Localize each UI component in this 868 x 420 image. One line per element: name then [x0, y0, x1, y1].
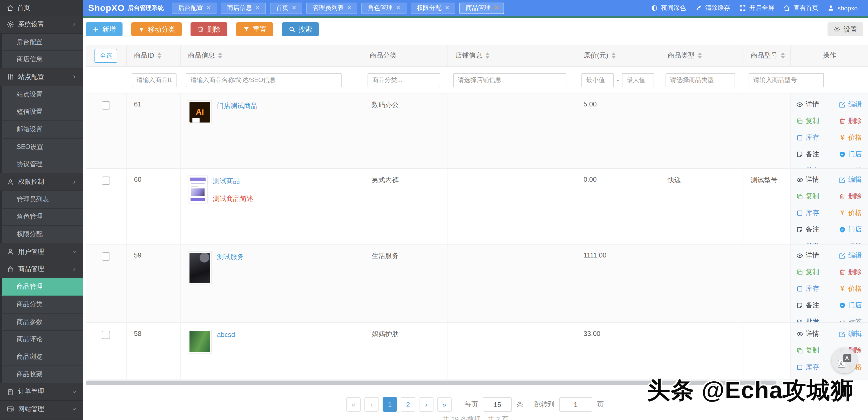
sort-icon[interactable]	[486, 53, 490, 59]
sidebar-subitem-短信设置[interactable]: 短信设置	[0, 103, 83, 121]
op-copy[interactable]: 复制	[796, 346, 839, 355]
filter-price-min[interactable]	[582, 73, 614, 87]
sidebar-home-item[interactable]: 首页	[0, 0, 83, 16]
op-edit[interactable]: 编辑	[839, 175, 862, 184]
op-stock[interactable]: 库存	[796, 133, 839, 142]
op-wholesale[interactable]: 批发	[796, 166, 839, 168]
sidebar-item-站点配置[interactable]: 站点配置	[0, 68, 83, 86]
op-copy[interactable]: 复制	[796, 116, 839, 126]
row-checkbox[interactable]	[102, 331, 110, 339]
close-icon[interactable]: ×	[292, 5, 296, 11]
op-copy[interactable]: 复制	[796, 267, 839, 277]
close-icon[interactable]: ×	[396, 5, 400, 11]
op-stock[interactable]: 库存	[796, 284, 839, 293]
goods-name-link[interactable]: 门店测试商品	[217, 102, 257, 110]
topbar-item-开启全屏[interactable]: 开启全屏	[740, 4, 774, 12]
op-edit[interactable]: 编辑	[839, 329, 862, 338]
delete-button[interactable]: 删除	[190, 22, 227, 36]
column-header-商品信息[interactable]: 商品信息	[181, 44, 362, 66]
sidebar-subitem-站点设置[interactable]: 站点设置	[0, 86, 83, 103]
tab-管理员列表[interactable]: 管理员列表×	[306, 2, 358, 14]
sidebar-subitem-权限分配[interactable]: 权限分配	[0, 226, 83, 243]
op-note[interactable]: 备注	[796, 301, 839, 310]
op-price[interactable]: ¥价格	[839, 284, 862, 293]
topbar-item-夜间深色[interactable]: 夜间深色	[651, 4, 686, 12]
sidebar-subitem-商品收藏[interactable]: 商品收藏	[0, 366, 83, 383]
sort-icon[interactable]	[218, 53, 222, 59]
op-store[interactable]: 门店	[839, 301, 862, 310]
page-prev-button[interactable]: ‹	[365, 397, 379, 412]
op-note[interactable]: 备注	[796, 150, 839, 159]
filter-input-8[interactable]	[749, 73, 824, 87]
translate-float-button[interactable]: 文 A	[832, 348, 857, 373]
search-button[interactable]: 搜索	[282, 22, 319, 36]
filter-input-5[interactable]	[453, 73, 566, 87]
op-copy[interactable]: 复制	[796, 191, 839, 201]
op-price[interactable]: ¥价格	[839, 208, 862, 217]
tab-商店信息[interactable]: 商店信息×	[221, 2, 266, 14]
sidebar-subitem-商品管理[interactable]: 商品管理	[0, 278, 83, 296]
op-detail[interactable]: 详情	[796, 251, 839, 260]
filter-price-max[interactable]	[622, 73, 654, 87]
op-tag[interactable]: 标签	[839, 241, 862, 244]
sidebar-subitem-商品浏览[interactable]: 商品浏览	[0, 348, 83, 366]
op-store[interactable]: 门店	[839, 225, 862, 234]
op-stock[interactable]: 库存	[796, 208, 839, 217]
tab-商品管理[interactable]: 商品管理×	[459, 2, 504, 14]
sidebar-subitem-后台配置[interactable]: 后台配置	[0, 33, 83, 51]
close-icon[interactable]: ×	[347, 5, 351, 11]
sidebar-item-权限控制[interactable]: 权限控制	[0, 173, 83, 191]
column-header-商品类型[interactable]: 商品类型	[660, 44, 743, 66]
filter-input-7[interactable]	[665, 73, 735, 87]
per-page-input[interactable]	[483, 397, 512, 412]
op-wholesale[interactable]: 批发	[796, 317, 839, 322]
page-number-1[interactable]: 1	[382, 397, 397, 412]
settings-button[interactable]: 设置	[828, 22, 863, 36]
move-category-button[interactable]: ▼移动分类	[131, 22, 182, 36]
close-icon[interactable]: ×	[445, 5, 449, 11]
op-store[interactable]: 门店	[839, 150, 862, 159]
op-detail[interactable]: 详情	[796, 100, 839, 109]
row-checkbox[interactable]	[102, 101, 110, 110]
goods-name-link[interactable]: abcsd	[217, 331, 235, 338]
sidebar-subitem-协议管理[interactable]: 协议管理	[0, 156, 83, 173]
sidebar-item-网站管理[interactable]: 网站管理	[0, 401, 83, 418]
row-checkbox[interactable]	[102, 252, 110, 261]
op-tag[interactable]: 标签	[839, 317, 862, 322]
tab-后台配置[interactable]: 后台配置×	[172, 2, 217, 14]
jump-page-input[interactable]	[559, 397, 592, 412]
tab-角色管理[interactable]: 角色管理×	[362, 2, 406, 14]
sidebar-subitem-角色管理[interactable]: 角色管理	[0, 208, 83, 226]
sort-icon[interactable]	[611, 53, 615, 59]
sidebar-subitem-商店信息[interactable]: 商店信息	[0, 51, 83, 68]
sidebar-subitem-商品参数[interactable]: 商品参数	[0, 313, 83, 331]
sidebar-item-系统设置[interactable]: 系统设置	[0, 16, 83, 33]
tab-权限分配[interactable]: 权限分配×	[410, 2, 455, 14]
op-delete[interactable]: 删除	[839, 116, 862, 126]
page-next-button[interactable]: ›	[419, 397, 433, 412]
op-edit[interactable]: 编辑	[839, 100, 862, 109]
close-icon[interactable]: ×	[207, 5, 211, 11]
goods-name-link[interactable]: 测试商品	[213, 177, 240, 185]
column-header-商品ID[interactable]: 商品ID	[127, 44, 181, 66]
sidebar-subitem-SEO设置[interactable]: SEO设置	[0, 139, 83, 156]
topbar-item-shopxo[interactable]: shopxo	[828, 4, 858, 12]
sidebar-subitem-商品分类[interactable]: 商品分类	[0, 296, 83, 313]
sidebar-subitem-管理员列表[interactable]: 管理员列表	[0, 191, 83, 208]
sidebar-subitem-邮箱设置[interactable]: 邮箱设置	[0, 121, 83, 138]
select-all-button[interactable]: 全选	[94, 49, 117, 63]
page-last-button[interactable]: »	[437, 397, 452, 412]
op-wholesale[interactable]: 批发	[796, 241, 839, 244]
sort-icon[interactable]	[157, 53, 161, 59]
add-button[interactable]: 新增	[86, 22, 123, 36]
op-edit[interactable]: 编辑	[839, 251, 862, 260]
page-number-2[interactable]: 2	[401, 397, 415, 412]
topbar-item-清除缓存[interactable]: 清除缓存	[695, 4, 730, 12]
op-tag[interactable]: 标签	[839, 166, 862, 168]
op-detail[interactable]: 详情	[796, 175, 839, 184]
column-header-店铺信息[interactable]: 店铺信息	[448, 44, 576, 66]
op-price[interactable]: ¥价格	[839, 133, 862, 142]
tab-首页[interactable]: 首页×	[270, 2, 302, 14]
reset-button[interactable]: 重置	[236, 22, 273, 36]
op-detail[interactable]: 详情	[796, 329, 839, 338]
